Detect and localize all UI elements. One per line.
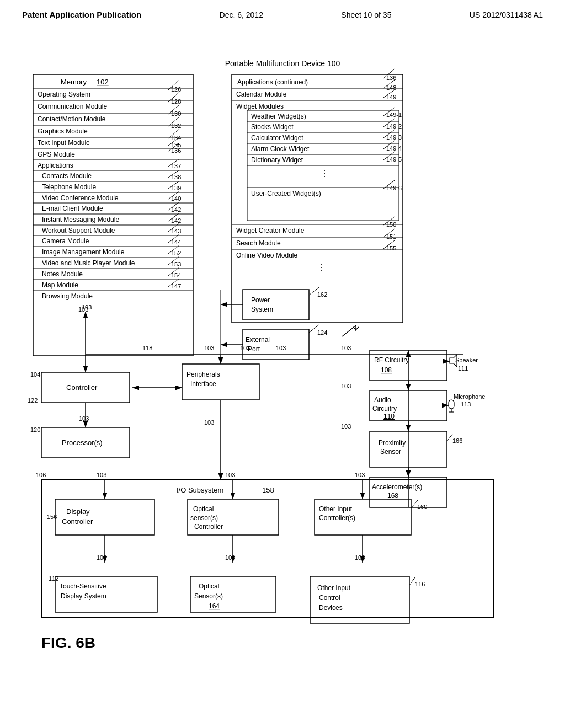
os-label: Operating System — [38, 90, 90, 98]
other-input-dev-label2: Control — [319, 594, 340, 602]
ref-162: 162 — [317, 291, 327, 298]
online-video-label: Online Video Module — [236, 251, 298, 259]
svg-rect-43 — [232, 74, 403, 323]
ref-149-5: 149-5 — [386, 156, 402, 163]
rf-label1: RF Circuitry — [374, 356, 409, 364]
calendar-label: Calendar Module — [236, 90, 287, 98]
rf-label2: 108 — [381, 366, 392, 374]
applications-label: Applications — [38, 162, 73, 169]
optical-sensor-label1: Optical — [199, 582, 219, 590]
touch-display-label1: Touch-Sensitive — [60, 582, 106, 590]
ref-103-bus2: 103 — [204, 345, 214, 351]
ref-158: 158 — [262, 486, 274, 494]
ref-156: 156 — [47, 513, 57, 520]
other-input-dev-label1: Other Input — [317, 584, 351, 592]
videoconf-module-label: Video Conference Module — [42, 194, 119, 202]
optical-sensor-label2: Sensor(s) — [194, 592, 223, 600]
ref-103-bus3: 103 — [240, 345, 250, 351]
proximity-label2: Sensor — [380, 448, 401, 456]
dict-widget-label: Dictionary Widget — [251, 156, 303, 164]
ref-126: 126 — [171, 86, 181, 93]
optical-ctrl-label3: Controller — [194, 523, 223, 531]
fig-label: FIG. 6B — [41, 634, 95, 651]
peripherals-label1: Peripherals — [186, 371, 220, 378]
ref-111: 111 — [458, 365, 468, 372]
ref-103-bot2: 103 — [225, 554, 235, 561]
optical-sensor-ref: 164 — [209, 602, 220, 610]
widget-modules-label: Widget Modules — [236, 103, 284, 110]
video-music-label: Video and Music Player Module — [42, 259, 135, 267]
diagram-area: Portable Multifunction Device 100 Memory… — [0, 25, 565, 709]
ref-103-bus4: 103 — [276, 345, 286, 351]
optical-ctrl-label2: sensor(s) — [190, 514, 218, 522]
telephone-module-label: Telephone Module — [42, 183, 96, 191]
svg-line-117 — [409, 577, 415, 585]
processor-label: Processor(s) — [62, 438, 103, 447]
contact-motion-label: Contact/Motion Module — [38, 115, 106, 123]
display-ctrl-label2: Controller — [62, 517, 93, 526]
svg-rect-68 — [243, 290, 309, 320]
apps-continued-label: Applications (continued) — [237, 78, 308, 86]
audio-ref: 110 — [383, 413, 395, 420]
ref-103-io3: 103 — [355, 472, 365, 478]
map-module-label: Map Module — [42, 281, 78, 289]
email-module-label: E-mail Client Module — [42, 205, 103, 212]
mic-label: Microphone — [454, 393, 485, 400]
ref-106: 106 — [36, 472, 46, 478]
ref-112: 112 — [49, 575, 58, 582]
ref-132: 132 — [171, 122, 181, 129]
ref-128: 128 — [171, 98, 181, 105]
svg-line-97 — [447, 434, 452, 441]
svg-rect-91 — [449, 400, 454, 409]
stocks-widget-label: Stocks Widget — [251, 123, 294, 131]
ref-104: 104 — [30, 371, 40, 378]
camera-module-label: Camera Module — [42, 237, 89, 245]
ref-103-audio: 103 — [341, 383, 351, 389]
ref-149-4: 149-4 — [386, 145, 402, 152]
workout-module-label: Workout Support Module — [42, 227, 115, 234]
ref-103a: 103 — [78, 306, 88, 313]
image-mgmt-label: Image Management Module — [42, 248, 125, 256]
memory-ref: 102 — [97, 78, 109, 86]
ref-103-proc: 103 — [204, 419, 214, 426]
display-ctrl-label1: Display — [66, 507, 90, 516]
user-widget-label: User-Created Widget(s) — [251, 190, 321, 197]
ref-103-ctrl: 103 — [79, 415, 89, 422]
accel-ref: 168 — [387, 492, 398, 500]
ref-103-bot1: 103 — [97, 554, 106, 561]
ref-124: 124 — [317, 329, 327, 336]
ref-149-6: 149-6 — [386, 185, 402, 191]
alarm-widget-label: Alarm Clock Widget — [251, 145, 310, 153]
other-input-dev-label3: Devices — [319, 604, 343, 612]
text-input-label: Text Input Module — [38, 139, 90, 147]
contacts-module-label: Contacts Module — [42, 172, 92, 180]
weather-widget-label: Weather Widget(s) — [251, 113, 306, 120]
search-module-label: Search Module — [236, 239, 281, 247]
widget-creator-label: Widget Creator Module — [236, 227, 305, 234]
ref-113: 113 — [461, 401, 471, 408]
device-title: Portable Multifunction Device 100 — [225, 59, 340, 68]
touch-display-label2: Display System — [61, 592, 106, 600]
audio-label2: Circuitry — [372, 405, 397, 413]
diagram-svg: Portable Multifunction Device 100 Memory… — [0, 25, 565, 709]
proximity-label1: Proximity — [379, 439, 406, 447]
accel-label1: Accelerometer(s) — [372, 483, 422, 491]
ref-136b: 136 — [386, 74, 396, 81]
ref-149-2: 149-2 — [386, 123, 402, 130]
ref-149-3: 149-3 — [386, 134, 402, 141]
other-input-ctrl-label1: Other Input — [319, 505, 353, 513]
audio-label1: Audio — [374, 396, 391, 404]
browsing-module-label: Browsing Module — [42, 292, 93, 300]
comm-module-label: Communication Module — [38, 103, 107, 110]
dots1: ⋮ — [320, 169, 329, 178]
ref-122: 122 — [28, 397, 38, 404]
optical-ctrl-label1: Optical — [193, 505, 214, 513]
ext-port-label1: External — [246, 336, 270, 344]
controller-label: Controller — [66, 383, 98, 392]
ref-103-io1: 103 — [97, 472, 106, 478]
im-module-label: Instant Messaging Module — [42, 216, 119, 223]
gps-module-label: GPS Module — [38, 151, 75, 158]
memory-label: Memory — [61, 78, 87, 86]
ref-166: 166 — [452, 437, 462, 444]
power-system-label: Power — [251, 296, 270, 304]
